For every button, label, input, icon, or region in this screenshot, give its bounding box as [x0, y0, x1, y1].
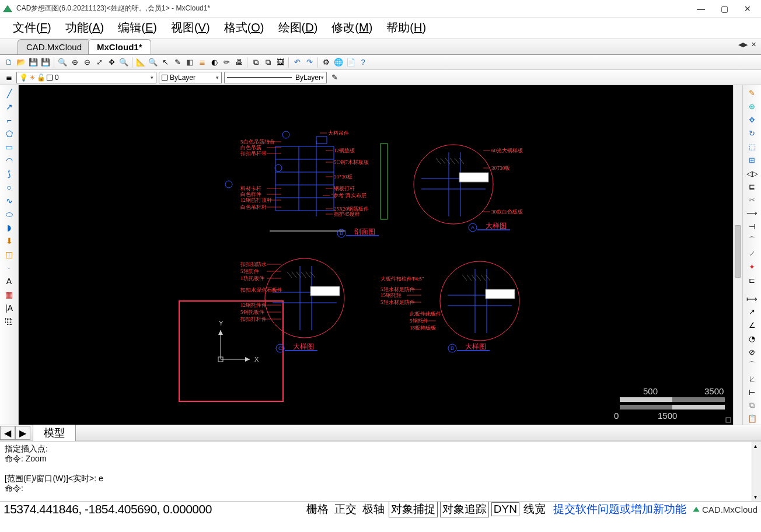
vertical-scrollbar[interactable] — [733, 85, 742, 425]
menu-item[interactable]: 格式(O) — [218, 19, 270, 37]
maximize-button[interactable]: ▢ — [718, 2, 731, 15]
zoom-in-icon[interactable]: ⊕ — [69, 57, 80, 68]
rotate-icon[interactable]: ↻ — [746, 128, 758, 139]
menu-item[interactable]: 帮助(H) — [380, 19, 432, 37]
menu-item[interactable]: 视图(V) — [165, 19, 216, 37]
tab-right-button[interactable]: ▶ — [15, 426, 30, 440]
copy-icon[interactable]: ⊕ — [746, 101, 758, 113]
feedback-link[interactable]: 提交软件问题或增加新功能 — [553, 502, 686, 517]
select-icon[interactable]: ↖ — [160, 57, 170, 68]
menu-item[interactable]: 文件(F) — [7, 19, 57, 37]
xline-icon[interactable]: ↗ — [4, 101, 15, 113]
paste-icon[interactable]: 📋 — [746, 413, 758, 425]
zoom-window-icon[interactable]: 🔍 — [57, 57, 68, 68]
text-icon[interactable]: A — [4, 275, 15, 287]
table-icon[interactable]: ▦ — [4, 289, 15, 300]
dim-continue-icon[interactable]: ⊢ — [746, 386, 758, 398]
pdf-icon[interactable]: 📄 — [345, 57, 356, 68]
insert-block-icon[interactable]: ⬇ — [4, 235, 15, 247]
spline-icon[interactable]: ∿ — [4, 195, 15, 206]
tab-nav-prev-icon[interactable]: ◀▶ — [737, 41, 749, 48]
brush-icon[interactable]: ✏ — [221, 57, 232, 68]
web-icon[interactable]: 🌐 — [333, 57, 344, 68]
arc2-icon[interactable]: ⟆ — [4, 168, 15, 180]
mtext-icon[interactable]: |A — [4, 302, 15, 314]
explode-icon[interactable]: ✦ — [746, 261, 758, 272]
status-toggle[interactable]: 正交 — [333, 502, 358, 517]
status-toggle[interactable]: 极轴 — [361, 502, 386, 517]
saveall-icon[interactable]: 💾 — [40, 57, 51, 68]
command-scrollbar[interactable] — [752, 442, 761, 501]
dim-angular-icon[interactable]: ∠ — [746, 320, 758, 331]
scale-icon[interactable]: ⬚ — [746, 141, 758, 153]
line-icon[interactable]: ╱ — [4, 88, 15, 99]
tab-close-icon[interactable]: ✕ — [750, 41, 757, 48]
redo-icon[interactable]: ↷ — [304, 57, 315, 68]
color-combo[interactable]: ByLayer ▾ — [159, 72, 222, 83]
make-block-icon[interactable]: ◫ — [4, 249, 15, 260]
menu-item[interactable]: 编辑(E) — [112, 19, 163, 37]
polyline-icon[interactable]: ⌐ — [4, 114, 15, 126]
move-icon[interactable]: ✥ — [746, 114, 758, 126]
search-icon[interactable]: 🔍 — [148, 57, 158, 68]
open-icon[interactable]: 📂 — [16, 57, 26, 68]
ellipse-icon[interactable]: ⬭ — [4, 208, 15, 220]
chamfer-icon[interactable]: ⟋ — [746, 248, 758, 260]
properties-icon[interactable]: ◧ — [184, 57, 195, 68]
new-icon[interactable]: 🗋 — [4, 57, 14, 68]
fillet-icon[interactable]: ⌒ — [746, 235, 758, 246]
gradient-icon[interactable]: ◐ — [209, 57, 219, 68]
dim-linear-icon[interactable]: ⟼ — [746, 293, 758, 304]
stretch-icon[interactable]: ⊏ — [746, 274, 758, 286]
status-toggle[interactable]: DYN — [491, 502, 519, 516]
copy2-icon[interactable]: ⧉ — [746, 400, 758, 411]
link1-icon[interactable]: ⧉ — [250, 57, 261, 68]
dim-ordinate-icon[interactable]: ⟀ — [746, 373, 758, 384]
drawing-canvas[interactable]: XY5白色吊筋结合白色吊筋扣扣吊杆带大料吊件12钢垫板5C钢7木材板板30*30… — [19, 85, 733, 425]
linetype-combo[interactable]: ByLayer ▾ — [224, 72, 327, 83]
status-toggle[interactable]: 对象捕捉 — [389, 501, 438, 517]
command-area[interactable]: 指定插入点: 命令: Zoom [范围(E)/窗口(W)]<实时>: e 命令: — [0, 441, 761, 502]
offset-icon[interactable]: ⊑ — [746, 181, 758, 192]
zoom-extents-icon[interactable]: ⤢ — [94, 57, 104, 68]
trim-icon[interactable]: ✂ — [746, 194, 758, 206]
point-icon[interactable]: · — [4, 262, 15, 274]
plot-icon[interactable]: 🖶 — [233, 57, 244, 68]
close-button[interactable]: ✕ — [741, 2, 754, 15]
polygon-icon[interactable]: ⬠ — [4, 128, 15, 139]
dim-radius-icon[interactable]: ◔ — [746, 333, 758, 345]
circle-icon[interactable]: ○ — [4, 181, 15, 193]
ellipse-arc-icon[interactable]: ◗ — [4, 222, 15, 233]
edit-icon[interactable]: ✎ — [172, 57, 183, 68]
measure-icon[interactable]: 📐 — [135, 57, 146, 68]
status-toggle[interactable]: 栅格 — [305, 502, 330, 517]
status-toggle[interactable]: 对象追踪 — [440, 501, 489, 517]
break-icon[interactable]: ⊣ — [746, 221, 758, 233]
document-tab[interactable]: MxCloud1* — [88, 39, 151, 54]
save-icon[interactable]: 💾 — [28, 57, 39, 68]
dim-arc-icon[interactable]: ⌒ — [746, 359, 758, 371]
menu-item[interactable]: 绘图(D) — [273, 19, 324, 37]
dim-diameter-icon[interactable]: ⊘ — [746, 346, 758, 358]
zoom-realtime-icon[interactable]: 🔍 — [118, 57, 129, 68]
pan-icon[interactable]: ✥ — [106, 57, 117, 68]
undo-icon[interactable]: ↶ — [292, 57, 302, 68]
link2-icon[interactable]: ⧉ — [263, 57, 273, 68]
dim-aligned-icon[interactable]: ↗ — [746, 306, 758, 318]
settings-icon[interactable]: ⚙ — [321, 57, 331, 68]
document-tab[interactable]: CAD.MxCloud — [18, 39, 90, 54]
help-icon[interactable]: ? — [358, 57, 368, 68]
rectangle-icon[interactable]: ▭ — [4, 141, 15, 153]
mirror-icon[interactable]: ◁▷ — [746, 167, 758, 179]
array-icon[interactable]: ⊞ — [746, 154, 758, 166]
menu-item[interactable]: 功能(A) — [60, 19, 110, 37]
hatch-icon[interactable]: ⿻ — [4, 316, 15, 327]
arc-icon[interactable]: ◠ — [4, 155, 15, 166]
layers-icon[interactable]: ≣ — [197, 57, 207, 68]
minimize-button[interactable]: — — [694, 2, 707, 15]
menu-item[interactable]: 修改(M) — [326, 19, 378, 37]
layer-combo[interactable]: 💡 ☀ 🔓 0 ▾ — [16, 72, 156, 83]
match-properties-icon[interactable]: ✎ — [329, 72, 340, 83]
status-toggle[interactable]: 线宽 — [522, 502, 547, 517]
model-tab[interactable]: 模型 — [33, 424, 76, 442]
